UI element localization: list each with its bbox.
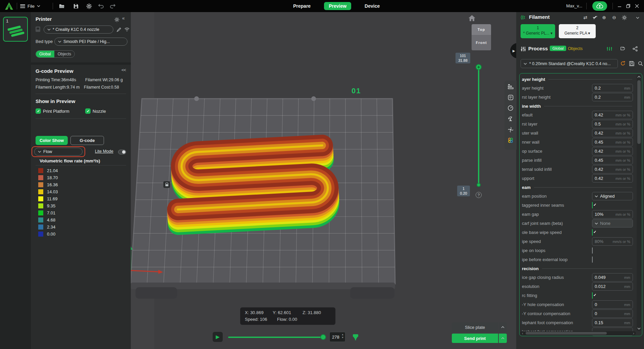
cube-face-front[interactable]: Front [472, 35, 491, 50]
slice-options-chevron[interactable] [499, 322, 507, 332]
tab-device[interactable]: Device [360, 2, 384, 10]
send-options-chevron[interactable] [499, 334, 507, 343]
scope-global-tab[interactable]: Global [36, 51, 54, 57]
scroll-up-icon[interactable] [637, 74, 641, 80]
frame-slider-track[interactable] [228, 337, 325, 338]
setting-input[interactable]: 0mm [592, 309, 633, 318]
horizontal-scrollbar[interactable]: ‹ › [520, 331, 636, 335]
setting-input[interactable]: 0.42mm or % [592, 129, 633, 137]
setting-checkbox[interactable] [592, 202, 593, 208]
orientation-cube[interactable]: Top Front [472, 24, 491, 50]
edit-printer-icon[interactable] [115, 26, 122, 33]
printer-preset-select[interactable]: * Creality K1C 0.4 nozzle [44, 26, 113, 34]
setting-checkbox[interactable] [592, 292, 593, 299]
home-view-icon[interactable] [468, 15, 476, 21]
layer-slider-bottom-handle[interactable] [477, 183, 481, 187]
layer-slider-track[interactable] [478, 67, 479, 185]
nozzle-checkbox[interactable] [85, 108, 91, 114]
save-preset-icon[interactable] [628, 60, 635, 67]
plate-thumbnail[interactable]: 1 [3, 17, 28, 42]
filament-slot-1[interactable]: 1 * Generic PL... ▾ [521, 24, 555, 38]
cat-cooling-icon[interactable] [507, 126, 514, 133]
setting-checkbox[interactable] [592, 247, 593, 254]
reset-preset-icon[interactable] [620, 60, 626, 67]
setting-checkbox[interactable] [592, 229, 593, 236]
setting-input[interactable]: 0.42mm or % [592, 111, 633, 119]
setting-input[interactable]: 0.15mm [592, 318, 633, 327]
window-restore-button[interactable] [625, 3, 632, 9]
nozzle-flow-icon[interactable] [352, 334, 359, 341]
cube-face-top[interactable]: Top [472, 24, 491, 35]
setting-input[interactable]: 0.42mm or % [592, 174, 633, 183]
lite-mode-toggle[interactable] [118, 150, 126, 154]
window-close-button[interactable] [633, 3, 641, 9]
frame-stepper-arrows[interactable]: ▲▼ [341, 333, 344, 339]
setting-input[interactable]: 0.2mm [592, 93, 633, 101]
cloud-upload-button[interactable] [592, 1, 607, 11]
nozzle-checkbox-row[interactable]: Nozzle [85, 108, 106, 114]
play-button[interactable]: ▶ [213, 332, 223, 342]
filament-settings-gear-icon[interactable] [621, 14, 628, 21]
color-show-button[interactable]: Color Show [36, 136, 68, 145]
print-platform-checkbox[interactable] [36, 108, 41, 114]
setting-input[interactable]: 0mm [592, 300, 633, 309]
cat-first-layer-icon[interactable] [507, 94, 514, 101]
search-settings-icon[interactable] [637, 60, 644, 67]
setting-input[interactable]: 0.42mm or % [592, 147, 633, 155]
bed-type-select[interactable]: Smooth PEI Plate / Hig... [54, 38, 127, 46]
process-scope-objects[interactable]: Objects [568, 46, 583, 51]
cat-support-icon[interactable] [507, 115, 514, 122]
wifi-icon[interactable] [123, 26, 130, 33]
flow-type-select[interactable]: Flow [34, 148, 83, 156]
swap-filament-icon[interactable]: ⇄ [582, 14, 589, 21]
setting-input[interactable]: 80%mm/s or % [592, 237, 633, 246]
setting-input[interactable]: 0.2mm [592, 84, 633, 92]
cat-layer-height-icon[interactable] [507, 83, 514, 90]
hscroll-thumb[interactable] [526, 332, 607, 335]
slice-plate-button[interactable]: Slice plate [452, 322, 498, 332]
add-filament-icon[interactable]: ⊕ [601, 14, 607, 21]
setting-input[interactable]: 10%mm or % [592, 210, 633, 218]
save-icon[interactable] [72, 3, 79, 9]
setting-input[interactable]: 0.45mm or % [592, 138, 633, 146]
setting-input[interactable]: 0.45mm or % [592, 156, 633, 164]
undo-icon[interactable] [97, 3, 104, 9]
scope-objects-tab[interactable]: Objects [54, 51, 75, 57]
window-minimize-button[interactable] [616, 3, 623, 9]
setting-input[interactable]: 0.42mm or % [592, 165, 633, 173]
setting-select[interactable]: Aligned [592, 192, 633, 200]
printer-settings-gear-icon[interactable] [113, 16, 120, 23]
settings-gear-icon[interactable] [86, 3, 92, 9]
cat-multimaterial-icon[interactable] [507, 137, 514, 144]
slider-help-icon[interactable]: ? [476, 192, 482, 198]
user-account-label[interactable]: Max_v... [566, 3, 582, 8]
gcode-collapse-icon[interactable]: << [121, 67, 126, 72]
file-menu[interactable]: File [20, 0, 40, 12]
setting-checkbox[interactable] [592, 256, 593, 263]
process-preset-select[interactable]: * 0.20mm Standard @Creality K1C 0.4 no..… [521, 59, 618, 68]
advanced-settings-icon[interactable] [606, 45, 613, 52]
scroll-down-icon[interactable] [637, 326, 641, 331]
redo-icon[interactable] [109, 3, 116, 9]
frame-slider-handle[interactable] [320, 334, 326, 340]
printer-collapse-icon[interactable]: « [122, 15, 125, 21]
scroll-right-icon[interactable]: › [631, 331, 636, 335]
vertical-scrollbar[interactable] [637, 74, 641, 331]
remove-filament-icon[interactable]: ⊖ [611, 14, 618, 21]
filament-slot-2[interactable]: 2 Generic PLA ▾ [559, 24, 596, 38]
setting-input[interactable]: 0.012mm [592, 282, 633, 291]
tab-preview[interactable]: Preview [324, 2, 351, 10]
flush-filament-icon[interactable] [591, 14, 598, 21]
setting-input[interactable]: 0.5mm or % [592, 120, 633, 128]
print-platform-checkbox-row[interactable]: Print Platform [36, 108, 69, 114]
send-print-button[interactable]: Send print [452, 334, 498, 343]
process-scope-global[interactable]: Global [550, 46, 566, 51]
frame-number-stepper[interactable]: 278 ▲▼ [329, 332, 345, 342]
vscroll-thumb[interactable] [637, 80, 641, 144]
filament-collapse-icon[interactable] [634, 14, 641, 21]
setting-input[interactable]: 0.049mm [592, 273, 633, 282]
gcode-view-button[interactable]: G-code [70, 136, 104, 145]
open-file-icon[interactable] [58, 3, 65, 9]
setting-select[interactable]: None [592, 219, 633, 228]
cat-speed-icon[interactable] [507, 105, 514, 111]
